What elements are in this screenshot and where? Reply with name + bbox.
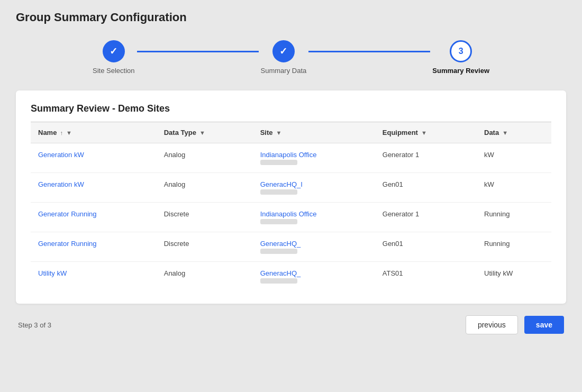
site-sub-blurred xyxy=(260,278,297,284)
site-sub-blurred xyxy=(260,160,297,165)
cell-name: Generation kW xyxy=(31,143,157,173)
step-2-circle: ✓ xyxy=(272,40,295,62)
site-sub-blurred xyxy=(260,219,297,224)
cell-equipment: Generator 1 xyxy=(375,203,477,232)
cell-site: Indianapolis Office xyxy=(253,203,375,232)
cell-name: Generator Running xyxy=(31,203,157,232)
site-sub-blurred xyxy=(260,189,297,195)
table-row: Utility kWAnalogGeneracHQ_ATS01Utility k… xyxy=(31,262,551,291)
footer: Step 3 of 3 previous save xyxy=(16,315,566,334)
col-header-equipment[interactable]: Equipment ▼ xyxy=(375,122,477,143)
cell-data: Running xyxy=(477,203,551,232)
cell-equipment: Gen01 xyxy=(375,173,477,203)
cell-site: Indianapolis Office xyxy=(253,143,375,173)
name-sort-icon[interactable]: ↑ xyxy=(60,130,63,136)
name-link[interactable]: Generator Running xyxy=(38,210,97,218)
cell-equipment: Gen01 xyxy=(375,232,477,262)
data-type-filter-icon[interactable]: ▼ xyxy=(199,130,205,136)
previous-button[interactable]: previous xyxy=(466,315,518,334)
name-link[interactable]: Utility kW xyxy=(38,269,67,277)
site-link[interactable]: Indianapolis Office xyxy=(260,151,368,159)
page-title: Group Summary Configuration xyxy=(16,11,566,24)
step-summary-data: ✓ Summary Data xyxy=(261,40,307,75)
table-wrapper[interactable]: Name ↑ ▼ Data Type ▼ Site xyxy=(31,122,551,291)
cell-data: Utility kW xyxy=(477,262,551,291)
site-link[interactable]: Indianapolis Office xyxy=(260,210,368,218)
cell-data-type: Analog xyxy=(157,173,253,203)
col-header-name[interactable]: Name ↑ ▼ xyxy=(31,122,157,143)
stepper: ✓ Site Selection ✓ Summary Data 3 Summar… xyxy=(16,40,566,75)
summary-table: Name ↑ ▼ Data Type ▼ Site xyxy=(31,122,551,291)
step-connector-1 xyxy=(137,51,259,52)
table-header-row: Name ↑ ▼ Data Type ▼ Site xyxy=(31,122,551,143)
step-3-circle: 3 xyxy=(450,40,472,62)
cell-data: Running xyxy=(477,232,551,262)
footer-buttons: previous save xyxy=(466,315,564,334)
table-row: Generation kWAnalogGeneracHQ_IGen01kW xyxy=(31,173,551,203)
summary-card: Summary Review - Demo Sites Name ↑ ▼ Dat… xyxy=(16,90,566,304)
site-sub-blurred xyxy=(260,249,297,254)
name-link[interactable]: Generation kW xyxy=(38,180,84,188)
col-header-data[interactable]: Data ▼ xyxy=(477,122,551,143)
cell-name: Utility kW xyxy=(31,262,157,291)
cell-site: GeneracHQ_ xyxy=(253,232,375,262)
step-2-label: Summary Data xyxy=(261,67,307,75)
cell-data-type: Discrete xyxy=(157,203,253,232)
cell-name: Generator Running xyxy=(31,232,157,262)
site-link[interactable]: GeneracHQ_ xyxy=(260,269,368,277)
cell-data: kW xyxy=(477,143,551,173)
cell-name: Generation kW xyxy=(31,173,157,203)
cell-data-type: Discrete xyxy=(157,232,253,262)
step-2-check-icon: ✓ xyxy=(279,45,287,57)
data-filter-icon[interactable]: ▼ xyxy=(502,130,508,136)
card-title: Summary Review - Demo Sites xyxy=(31,103,551,122)
table-row: Generation kWAnalogIndianapolis OfficeGe… xyxy=(31,143,551,173)
cell-data-type: Analog xyxy=(157,143,253,173)
name-link[interactable]: Generator Running xyxy=(38,240,97,248)
table-row: Generator RunningDiscreteIndianapolis Of… xyxy=(31,203,551,232)
cell-site: GeneracHQ_ xyxy=(253,262,375,291)
table-row: Generator RunningDiscreteGeneracHQ_Gen01… xyxy=(31,232,551,262)
site-filter-icon[interactable]: ▼ xyxy=(276,130,282,136)
col-header-data-type[interactable]: Data Type ▼ xyxy=(157,122,253,143)
name-filter-icon[interactable]: ▼ xyxy=(66,130,72,136)
name-link[interactable]: Generation kW xyxy=(38,151,84,159)
site-link[interactable]: GeneracHQ_I xyxy=(260,180,368,188)
save-button[interactable]: save xyxy=(524,316,564,334)
step-site-selection: ✓ Site Selection xyxy=(93,40,135,75)
cell-data: kW xyxy=(477,173,551,203)
step-info: Step 3 of 3 xyxy=(18,321,51,329)
cell-equipment: ATS01 xyxy=(375,262,477,291)
cell-data-type: Analog xyxy=(157,262,253,291)
step-1-label: Site Selection xyxy=(93,67,135,75)
step-1-circle: ✓ xyxy=(103,40,125,62)
col-header-site[interactable]: Site ▼ xyxy=(253,122,375,143)
cell-site: GeneracHQ_I xyxy=(253,173,375,203)
step-1-check-icon: ✓ xyxy=(110,45,117,57)
site-link[interactable]: GeneracHQ_ xyxy=(260,240,368,248)
step-3-number: 3 xyxy=(459,47,463,56)
cell-equipment: Generator 1 xyxy=(375,143,477,173)
step-connector-2 xyxy=(308,51,430,52)
equipment-filter-icon[interactable]: ▼ xyxy=(421,130,427,136)
step-summary-review: 3 Summary Review xyxy=(432,40,489,75)
step-3-label: Summary Review xyxy=(432,67,489,75)
